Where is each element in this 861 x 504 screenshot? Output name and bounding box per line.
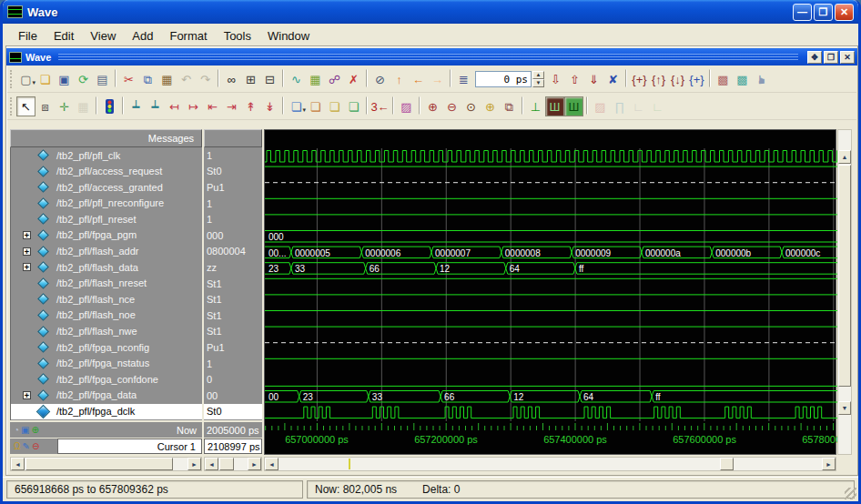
time-up-button[interactable]: ▲	[532, 71, 544, 79]
save-button[interactable]: ▣▾	[55, 69, 74, 89]
zoom-out-button[interactable]: ⊖▾	[442, 96, 461, 116]
scroll-thumb[interactable]	[720, 458, 734, 470]
signal-row[interactable]: + /tb2_pfl/fpga_data	[11, 388, 202, 404]
find-button[interactable]: ∞▾	[222, 69, 241, 89]
signal-row[interactable]: + /tb2_pfl/fpga_dclk	[11, 404, 202, 420]
reload-button[interactable]: ⟳▾	[74, 69, 93, 89]
menu-file[interactable]: File	[10, 27, 46, 45]
time-input[interactable]	[475, 71, 532, 87]
scroll-right-button[interactable]: ►	[248, 458, 261, 470]
values-hscrollbar[interactable]: ◄ ►	[204, 457, 262, 471]
expand-toggle[interactable]: +	[23, 391, 31, 399]
paste-button[interactable]: ▦▾	[157, 69, 177, 89]
stop-file-button[interactable]: ✗▾	[344, 69, 363, 89]
resize-grip[interactable]	[845, 488, 856, 499]
cursor-row[interactable]: Ω✎⊖ Cursor 1	[10, 438, 202, 454]
scroll-left-button[interactable]: ◄	[265, 458, 279, 470]
prev-bookmark-button[interactable]: {+}▾	[630, 69, 649, 89]
open-file-button[interactable]: ❏▾	[35, 69, 55, 89]
toolbar-grip[interactable]	[10, 97, 14, 116]
add-wave-button[interactable]: ❏▾	[287, 96, 306, 116]
run-all-button[interactable]: ⇓▾	[584, 69, 603, 89]
find-next-button[interactable]: →▾	[428, 69, 447, 89]
zoom-range-button[interactable]: ⊕▾	[481, 96, 500, 116]
palette-icon[interactable]: ▨▾	[397, 96, 416, 116]
run-grid-button[interactable]: ▦▾	[306, 69, 325, 89]
signal-row[interactable]: + /tb2_pfl/access_request	[11, 164, 202, 180]
green-step-icon[interactable]: ∟▾	[648, 96, 667, 116]
signal-row[interactable]: + /tb2_pfl/pfl_nreset	[11, 211, 202, 227]
wave-pane-titlebar[interactable]: Wave ✥❐✕	[6, 48, 857, 66]
gray-step-icon[interactable]: ∟▾	[629, 96, 648, 116]
signal-row[interactable]: + /tb2_pfl/flash_nreset	[11, 276, 202, 292]
signal-row[interactable]: + /tb2_pfl/flash_nwe	[11, 324, 202, 340]
waveform-canvas[interactable]: 00000...00000050000006000000700000080000…	[264, 129, 836, 455]
timeline-mode-icon[interactable]: ◔	[14, 426, 19, 435]
menu-add[interactable]: Add	[124, 27, 161, 45]
signal-row[interactable]: + /tb2_pfl/pfl_clk	[11, 147, 202, 164]
undock-button[interactable]: ✥	[807, 51, 822, 64]
messages-column-header[interactable]: Messages	[10, 129, 202, 147]
collapse-nets-button[interactable]: ⊟▾	[260, 69, 279, 89]
values-column-header[interactable]	[204, 129, 262, 147]
next-falling-edge-button[interactable]: ⇥▾	[222, 96, 241, 116]
run-button[interactable]: ⇩▾	[546, 69, 565, 89]
expand-toggle[interactable]: +	[23, 263, 31, 271]
names-hscrollbar[interactable]: ◄ ►	[10, 457, 202, 471]
pattern-icon[interactable]: ▨▾	[591, 96, 610, 116]
expand-nets-button[interactable]: ⊞▾	[241, 69, 260, 89]
monitor-icon[interactable]: ▣	[21, 426, 29, 435]
next-rising-edge-button[interactable]: ↡▾	[260, 96, 279, 116]
signal-row[interactable]: + /tb2_pfl/flash_data	[11, 259, 202, 276]
wave-hscrollbar[interactable]: ◄ ►	[264, 457, 836, 471]
add-bookmark-button[interactable]: {↓}▾	[668, 69, 687, 89]
signal-row[interactable]: + /tb2_pfl/flash_noe	[11, 307, 202, 324]
examine-button[interactable]: ☍▾	[325, 69, 344, 89]
wave-full-view-button[interactable]: Ш▾	[564, 96, 583, 116]
next-bookmark-button[interactable]: {↑}▾	[649, 69, 668, 89]
restart-button[interactable]: ∿▾	[287, 69, 306, 89]
cursor-label[interactable]: Cursor 1	[57, 438, 202, 454]
find-prev-button[interactable]: ←▾	[409, 69, 428, 89]
time-down-button[interactable]: ▼	[532, 79, 544, 87]
scroll-thumb[interactable]	[219, 458, 234, 470]
add-cursor-button[interactable]: ⊕	[32, 426, 39, 435]
scroll-left-button[interactable]: ◄	[205, 458, 218, 470]
signal-row[interactable]: + /tb2_pfl/fpga_confdone	[11, 371, 202, 388]
blue-edge-icon[interactable]: ∏▾	[610, 96, 629, 116]
cursor-value[interactable]: 2108997 ps	[204, 438, 262, 454]
new-file-button[interactable]: ▢▾	[16, 69, 35, 89]
zoom-full-button[interactable]: ⊙▾	[461, 96, 481, 116]
menu-view[interactable]: View	[82, 27, 124, 45]
expand-toggle[interactable]: +	[23, 231, 31, 239]
edit-mode-button[interactable]: ▦▾	[74, 96, 93, 116]
zoom-mode-button[interactable]: ⧈▾	[35, 96, 55, 116]
zoom-others-button[interactable]: ⧉▾	[500, 96, 519, 116]
signal-row[interactable]: + /tb2_pfl/flash_addr	[11, 244, 202, 260]
menu-tools[interactable]: Tools	[216, 27, 259, 45]
wave-edges-view-button[interactable]: Ш▾	[545, 96, 564, 116]
lock-cursor-icon[interactable]: Ω	[14, 442, 20, 451]
toolbar-grip[interactable]	[10, 70, 14, 88]
expand-toggle[interactable]: +	[23, 247, 31, 256]
edit-wave-button[interactable]: ❏▾	[325, 96, 344, 116]
cut-button[interactable]: ✂▾	[119, 69, 138, 89]
add-wave-cursor-button[interactable]: ┷▾	[127, 96, 146, 116]
scroll-right-button[interactable]: ►	[822, 458, 836, 470]
manage-bookmarks-button[interactable]: {+}▾	[687, 69, 706, 89]
prev-rising-edge-button[interactable]: ↟▾	[241, 96, 260, 116]
find-up-button[interactable]: ↑▾	[390, 69, 409, 89]
restart-sim-button[interactable]: ≣▾	[454, 69, 473, 89]
minimize-button[interactable]: —	[793, 4, 812, 21]
undo-button[interactable]: ↶▾	[177, 69, 196, 89]
menu-window[interactable]: Window	[259, 27, 318, 45]
menu-edit[interactable]: Edit	[46, 27, 82, 45]
wave-vscrollbar[interactable]: ▲ ▼	[837, 129, 852, 455]
export-wave-button[interactable]: ❏▾	[344, 96, 363, 116]
prev-transition-button[interactable]: ↤▾	[165, 96, 184, 116]
show-drivers-button[interactable]: ▩▾	[714, 69, 733, 89]
scroll-up-button[interactable]: ▲	[838, 150, 851, 164]
scroll-down-button[interactable]: ▼	[838, 401, 851, 415]
signal-row[interactable]: + /tb2_pfl/access_granted	[11, 179, 202, 196]
maximize-button[interactable]: ❐	[814, 4, 833, 21]
